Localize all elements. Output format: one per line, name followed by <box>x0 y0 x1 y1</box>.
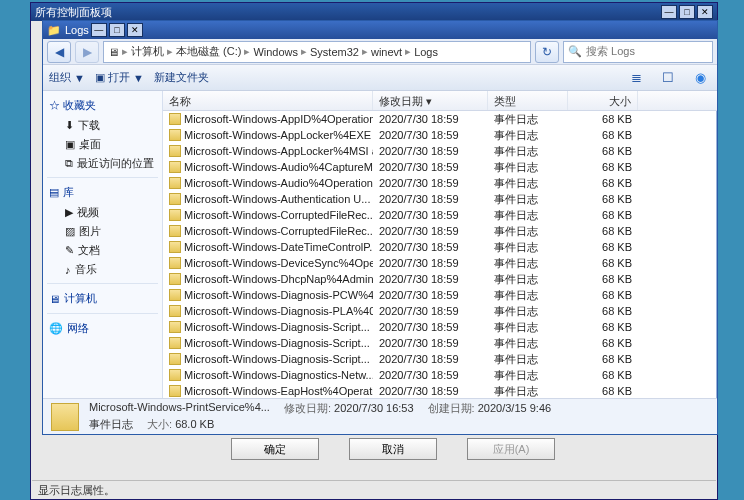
breadcrumb-segment[interactable]: 本地磁盘 (C:) <box>176 44 241 59</box>
organize-menu[interactable]: 组织 ▼ <box>49 70 85 85</box>
table-row[interactable]: Microsoft-Windows-Audio%4CaptureMo...202… <box>163 159 717 175</box>
file-icon <box>169 177 181 189</box>
table-row[interactable]: Microsoft-Windows-AppLocker%4EXE a...202… <box>163 127 717 143</box>
library-icon: ▤ <box>49 186 59 199</box>
apply-button[interactable]: 应用(A) <box>467 438 555 460</box>
explorer-body: ☆ 收藏夹 ⬇下载▣桌面⧉最近访问的位置 ▤库 ▶视频▨图片✎文档♪音乐 🖥计算… <box>43 91 717 398</box>
network-icon: 🌐 <box>49 322 63 335</box>
table-row[interactable]: Microsoft-Windows-AppID%4Operational2020… <box>163 111 717 127</box>
favorites-group[interactable]: ☆ 收藏夹 <box>43 95 162 116</box>
item-icon: ✎ <box>65 244 74 257</box>
file-icon <box>169 193 181 205</box>
logs-minimize-button[interactable]: — <box>91 23 107 37</box>
sidebar-item[interactable]: ⬇下载 <box>43 116 162 135</box>
network-group[interactable]: 🌐网络 <box>43 318 162 339</box>
computer-icon: 🖥 <box>49 293 60 305</box>
table-row[interactable]: Microsoft-Windows-DeviceSync%4Oper...202… <box>163 255 717 271</box>
details-type: 事件日志 <box>89 417 133 432</box>
file-icon <box>169 241 181 253</box>
search-icon: 🔍 <box>568 45 582 58</box>
breadcrumb-segment[interactable]: 计算机 <box>131 44 164 59</box>
table-row[interactable]: Microsoft-Windows-Diagnosis-PLA%40...202… <box>163 303 717 319</box>
sidebar-item[interactable]: ▨图片 <box>43 222 162 241</box>
file-icon <box>169 225 181 237</box>
logs-maximize-button[interactable]: □ <box>109 23 125 37</box>
dialog-button-row: 确定 取消 应用(A) <box>231 438 555 460</box>
folder-icon: 📁 <box>47 24 61 37</box>
logs-close-button[interactable]: ✕ <box>127 23 143 37</box>
nav-forward-button[interactable]: ▶ <box>75 41 99 63</box>
col-size[interactable]: 大小 <box>568 91 638 110</box>
breadcrumb[interactable]: 🖥▸计算机▸本地磁盘 (C:)▸Windows▸System32▸winevt▸… <box>103 41 531 63</box>
open-icon: ▣ <box>95 71 105 84</box>
outer-titlebar[interactable]: 所有控制面板项 — □ ✕ <box>31 3 717 21</box>
col-date[interactable]: 修改日期 ▾ <box>373 91 488 110</box>
address-row: ◀ ▶ 🖥▸计算机▸本地磁盘 (C:)▸Windows▸System32▸win… <box>43 39 717 65</box>
minimize-button[interactable]: — <box>661 5 677 19</box>
col-name[interactable]: 名称 <box>163 91 373 110</box>
status-bar: 显示日志属性。 <box>32 480 716 498</box>
breadcrumb-segment[interactable]: Windows <box>253 46 298 58</box>
toolbar: 组织 ▼ ▣ 打开 ▼ 新建文件夹 ≣ ☐ ◉ <box>43 65 717 91</box>
logs-title: Logs <box>65 24 89 36</box>
table-row[interactable]: Microsoft-Windows-DateTimeControlP...202… <box>163 239 717 255</box>
table-row[interactable]: Microsoft-Windows-Diagnosis-PCW%40...202… <box>163 287 717 303</box>
table-row[interactable]: Microsoft-Windows-Diagnosis-Script...202… <box>163 351 717 367</box>
new-folder-button[interactable]: 新建文件夹 <box>154 70 209 85</box>
view-mode-button[interactable]: ≣ <box>625 68 647 88</box>
libraries-group[interactable]: ▤库 <box>43 182 162 203</box>
file-icon <box>169 321 181 333</box>
search-input[interactable]: 🔍 搜索 Logs <box>563 41 713 63</box>
sidebar-item[interactable]: ♪音乐 <box>43 260 162 279</box>
details-filename: Microsoft-Windows-PrintService%4... <box>89 401 270 416</box>
table-row[interactable]: Microsoft-Windows-CorruptedFileRec...202… <box>163 207 717 223</box>
table-row[interactable]: Microsoft-Windows-Diagnosis-Script...202… <box>163 319 717 335</box>
file-icon <box>169 161 181 173</box>
file-pane: 名称 修改日期 ▾ 类型 大小 Microsoft-Windows-AppID%… <box>163 91 717 398</box>
table-row[interactable]: Microsoft-Windows-Authentication U...202… <box>163 191 717 207</box>
item-icon: ▣ <box>65 138 75 151</box>
table-row[interactable]: Microsoft-Windows-AppLocker%4MSI a...202… <box>163 143 717 159</box>
item-icon: ⬇ <box>65 119 74 132</box>
table-row[interactable]: Microsoft-Windows-Diagnosis-Script...202… <box>163 335 717 351</box>
file-list[interactable]: Microsoft-Windows-AppID%4Operational2020… <box>163 111 717 398</box>
refresh-button[interactable]: ↻ <box>535 41 559 63</box>
breadcrumb-segment[interactable]: System32 <box>310 46 359 58</box>
logs-titlebar[interactable]: 📁 Logs — □ ✕ <box>43 21 717 39</box>
file-icon <box>169 385 181 397</box>
explorer-window: 📁 Logs — □ ✕ ◀ ▶ 🖥▸计算机▸本地磁盘 (C:)▸Windows… <box>42 20 718 435</box>
sidebar-item[interactable]: ✎文档 <box>43 241 162 260</box>
computer-group[interactable]: 🖥计算机 <box>43 288 162 309</box>
sort-desc-icon: ▾ <box>426 95 432 107</box>
maximize-button[interactable]: □ <box>679 5 695 19</box>
ok-button[interactable]: 确定 <box>231 438 319 460</box>
item-icon: ▨ <box>65 225 75 238</box>
outer-title: 所有控制面板项 <box>35 5 112 20</box>
file-icon <box>169 209 181 221</box>
table-row[interactable]: Microsoft-Windows-CorruptedFileRec...202… <box>163 223 717 239</box>
cancel-button[interactable]: 取消 <box>349 438 437 460</box>
sidebar-item[interactable]: ⧉最近访问的位置 <box>43 154 162 173</box>
table-row[interactable]: Microsoft-Windows-EapHost%4Operati...202… <box>163 383 717 398</box>
file-type-icon <box>51 403 79 431</box>
sidebar: ☆ 收藏夹 ⬇下载▣桌面⧉最近访问的位置 ▤库 ▶视频▨图片✎文档♪音乐 🖥计算… <box>43 91 163 398</box>
sidebar-item[interactable]: ▶视频 <box>43 203 162 222</box>
open-menu[interactable]: ▣ 打开 ▼ <box>95 70 144 85</box>
table-row[interactable]: Microsoft-Windows-Diagnostics-Netw...202… <box>163 367 717 383</box>
search-placeholder: 搜索 Logs <box>586 44 635 59</box>
breadcrumb-segment[interactable]: Logs <box>414 46 438 58</box>
file-icon <box>169 337 181 349</box>
col-type[interactable]: 类型 <box>488 91 568 110</box>
table-row[interactable]: Microsoft-Windows-Audio%4Operational2020… <box>163 175 717 191</box>
help-button[interactable]: ◉ <box>689 68 711 88</box>
breadcrumb-segment[interactable]: winevt <box>371 46 402 58</box>
file-icon <box>169 305 181 317</box>
table-row[interactable]: Microsoft-Windows-DhcpNap%4Admin2020/7/3… <box>163 271 717 287</box>
details-pane: Microsoft-Windows-PrintService%4... 修改日期… <box>43 398 717 434</box>
close-button[interactable]: ✕ <box>697 5 713 19</box>
sidebar-item[interactable]: ▣桌面 <box>43 135 162 154</box>
file-icon <box>169 129 181 141</box>
file-icon <box>169 113 181 125</box>
preview-pane-button[interactable]: ☐ <box>657 68 679 88</box>
nav-back-button[interactable]: ◀ <box>47 41 71 63</box>
